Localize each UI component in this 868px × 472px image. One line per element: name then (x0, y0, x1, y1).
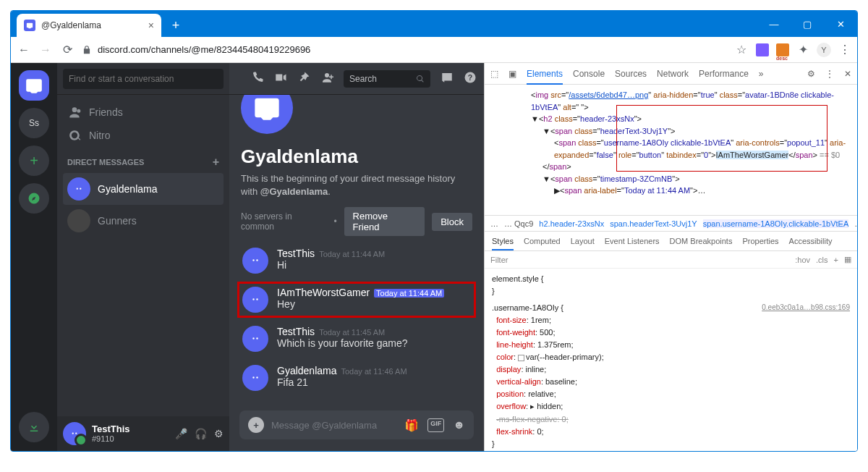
svg-text:?: ? (468, 73, 472, 82)
stab-styles[interactable]: Styles (492, 237, 514, 250)
no-servers-text: No servers in common (241, 211, 326, 232)
dom-tree[interactable]: <img src="/assets/6debd47…png" aria-hidd… (485, 85, 857, 215)
add-server-button[interactable]: + (19, 146, 49, 176)
window-close[interactable]: ✕ (824, 11, 857, 37)
omnibox[interactable]: discord.com/channels/@me/823445480419229… (82, 44, 727, 55)
dm-sidebar: Friends Nitro DIRECT MESSAGES+ Gyaldenla… (57, 63, 229, 451)
close-tab-icon[interactable]: × (148, 20, 154, 31)
settings-icon[interactable]: ⚙ (214, 428, 224, 439)
profile-icon[interactable]: Y (817, 43, 831, 57)
forward-button: → (38, 43, 53, 57)
reload-button[interactable]: ⟳ (60, 43, 75, 57)
avatar-icon (242, 365, 268, 391)
pinned-icon[interactable] (297, 71, 310, 86)
message-row[interactable]: TestThisToday at 11:44 AMHi (241, 246, 472, 275)
find-conversation-input[interactable] (63, 69, 224, 89)
self-avatar[interactable] (63, 422, 86, 445)
message-row[interactable]: GyaldenlamaToday at 11:46 AMFifa 21 (241, 363, 472, 392)
device-icon[interactable]: ▣ (509, 69, 516, 79)
menu-icon[interactable]: ⋮ (838, 43, 851, 56)
window-maximize[interactable]: ▢ (791, 11, 824, 37)
voice-call-icon[interactable] (251, 71, 264, 86)
attach-icon[interactable]: + (248, 417, 264, 433)
home-button[interactable] (19, 70, 49, 101)
styles-tabs: Styles Computed Layout Event Listeners D… (485, 231, 857, 251)
tab-sources[interactable]: Sources (615, 69, 647, 79)
tab-console[interactable]: Console (573, 69, 605, 79)
window-minimize[interactable]: — (757, 11, 791, 37)
search-icon (416, 75, 425, 83)
gif-icon[interactable]: GIF (427, 418, 444, 432)
tab-title: @Gyaldenlama (41, 20, 101, 30)
devtools-menu-icon[interactable]: ⋮ (825, 69, 834, 79)
discord-favicon (24, 20, 35, 31)
tab-network[interactable]: Network (657, 69, 689, 79)
block-button[interactable]: Block (432, 213, 472, 231)
recipient-name: Gyaldenlama (241, 146, 472, 168)
explore-button[interactable] (19, 183, 49, 214)
help-icon[interactable]: ? (464, 71, 477, 86)
styles-pane[interactable]: element.style {} 0.eeb3c0a1a…b98.css:169… (485, 269, 857, 451)
video-call-icon[interactable] (274, 71, 287, 86)
message-composer[interactable]: + Message @Gyaldenlama 🎁 GIF ☻ (239, 410, 474, 439)
avatar-icon (242, 287, 268, 313)
download-button[interactable] (19, 412, 49, 442)
chat-intro: This is the beginning of your direct mes… (241, 172, 472, 198)
extensions-icon[interactable]: ✦ (796, 43, 809, 56)
dm-header: DIRECT MESSAGES+ (67, 156, 219, 169)
add-friends-icon[interactable] (320, 71, 333, 86)
friends-link[interactable]: Friends (63, 101, 224, 124)
avatar-icon (242, 248, 268, 274)
tab-performance[interactable]: Performance (699, 69, 749, 79)
emoji-icon[interactable]: ☻ (453, 418, 465, 432)
message-row[interactable]: TestThisToday at 11:45 AMWhich is your f… (241, 324, 472, 353)
chat-panel: Search ? Gyaldenlama This is the beginni… (229, 63, 484, 451)
inspect-icon[interactable]: ⬚ (490, 69, 498, 79)
address-bar: ← → ⟳ discord.com/channels/@me/823445480… (11, 37, 857, 63)
message-row-highlighted[interactable]: IAmTheWorstGamerToday at 11:44 AMHey (241, 285, 472, 314)
devtools-close-icon[interactable]: ✕ (844, 69, 851, 79)
devtools-panel: ⬚ ▣ Elements Console Sources Network Per… (484, 63, 857, 451)
mute-icon[interactable]: 🎤 (175, 428, 187, 439)
dom-breadcrumb[interactable]: …… Qqc9 h2.header-23xsNx span.headerText… (485, 215, 857, 231)
star-icon[interactable]: ☆ (734, 43, 749, 57)
create-dm-icon[interactable]: + (213, 156, 219, 169)
browser-tab[interactable]: @Gyaldenlama × (17, 14, 161, 37)
ext-icon-1[interactable] (756, 43, 769, 56)
back-button[interactable]: ← (17, 43, 31, 57)
lock-icon (82, 45, 92, 55)
nitro-link[interactable]: Nitro (63, 124, 224, 147)
avatar-icon (242, 326, 268, 352)
self-name: TestThis (92, 424, 130, 434)
inbox-icon[interactable] (441, 71, 454, 86)
devtools-tabs: ⬚ ▣ Elements Console Sources Network Per… (485, 63, 857, 85)
browser-tabstrip: @Gyaldenlama × + — ▢ ✕ (11, 11, 857, 37)
recipient-avatar (241, 95, 293, 134)
url-text: discord.com/channels/@me/823445480419229… (98, 44, 310, 55)
self-tag: #9110 (92, 434, 130, 443)
server-ss[interactable]: Ss (19, 108, 49, 138)
ext-icon-2[interactable]: desc (776, 43, 789, 56)
composer-placeholder: Message @Gyaldenlama (271, 420, 397, 431)
user-bar: TestThis#9110 🎤 🎧 ⚙ (57, 416, 229, 451)
server-rail: Ss + (11, 63, 57, 451)
gift-icon[interactable]: 🎁 (404, 418, 419, 432)
search-box[interactable]: Search (344, 70, 430, 88)
deafen-icon[interactable]: 🎧 (195, 428, 207, 439)
discord-app: Ss + Friends Nitro DIRECT MESSAGES+ Gyal… (11, 63, 484, 451)
tab-elements[interactable]: Elements (527, 69, 563, 85)
dm-item-gyaldenlama[interactable]: Gyaldenlama (63, 173, 224, 205)
remove-friend-button[interactable]: Remove Friend (344, 207, 425, 236)
new-tab-button[interactable]: + (166, 15, 186, 35)
devtools-settings-icon[interactable]: ⚙ (807, 69, 815, 79)
styles-filter[interactable]: Filter :hov .cls + ▦ (485, 251, 857, 269)
dm-item-gunners[interactable]: Gunners (63, 205, 224, 237)
